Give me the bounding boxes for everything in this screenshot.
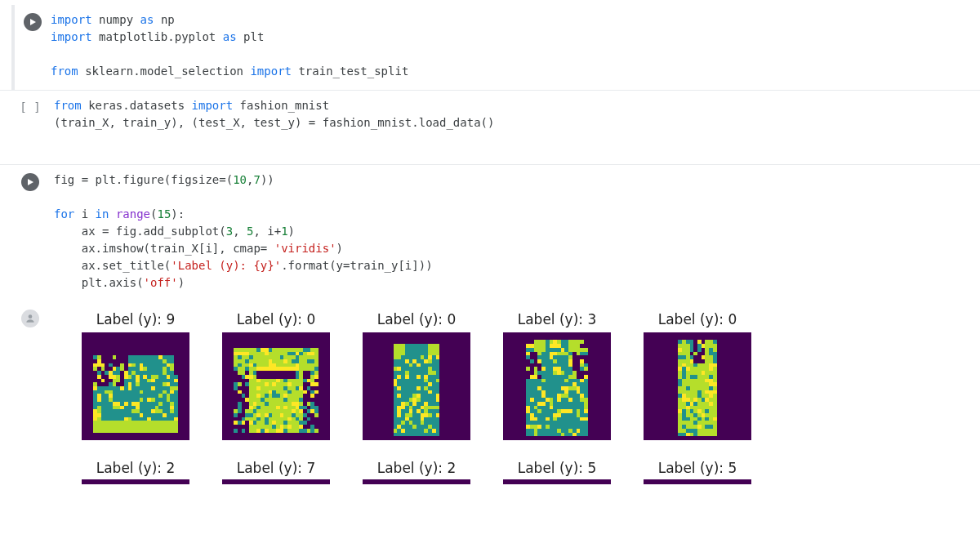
svg-point-2	[29, 314, 33, 318]
subplot-title: Label (y): 0	[363, 311, 470, 327]
svg-marker-1	[28, 179, 33, 185]
code-editor[interactable]: import numpy as np import matplotlib.pyp…	[51, 11, 969, 80]
code-cell-3[interactable]: fig = plt.figure(figsize=(10,7)) for i i…	[0, 165, 980, 301]
subplot-image	[222, 479, 330, 484]
cell-gutter	[7, 172, 54, 191]
svg-marker-0	[30, 19, 36, 25]
exec-indicator: [ ]	[20, 99, 40, 114]
subplot-title: Label (y): 2	[82, 460, 189, 476]
code-cell-1[interactable]: import numpy as np import matplotlib.pyp…	[11, 5, 980, 90]
code-editor[interactable]: from keras.datasets import fashion_mnist…	[54, 97, 969, 131]
subplot-tile: Label (y): 3	[503, 311, 611, 440]
subplot-image	[222, 332, 330, 440]
subplot-title: Label (y): 2	[363, 460, 470, 476]
subplot-tile: Label (y): 0	[363, 311, 470, 440]
cell-gutter: [ ]	[7, 97, 54, 114]
subplot-tile: Label (y): 7	[222, 460, 330, 484]
author-avatar-icon	[21, 310, 39, 327]
code-text[interactable]: from keras.datasets import fashion_mnist…	[54, 97, 969, 131]
person-icon	[24, 313, 36, 324]
subplot-tile: Label (y): 0	[644, 311, 751, 440]
subplot-image	[644, 332, 751, 440]
output-gutter	[7, 305, 54, 327]
subplot-image	[503, 332, 611, 440]
code-editor[interactable]: fig = plt.figure(figsize=(10,7)) for i i…	[54, 172, 969, 292]
subplot-tile: Label (y): 2	[82, 460, 189, 484]
notebook: import numpy as np import matplotlib.pyp…	[0, 0, 980, 504]
play-icon	[29, 18, 37, 26]
subplot-title: Label (y): 7	[222, 460, 330, 476]
code-text[interactable]: fig = plt.figure(figsize=(10,7)) for i i…	[54, 172, 969, 292]
subplot-image	[503, 479, 611, 484]
code-cell-2[interactable]: [ ] from keras.datasets import fashion_m…	[0, 91, 980, 141]
subplot-tile: Label (y): 9	[82, 311, 189, 440]
subplot-tile: Label (y): 5	[644, 460, 751, 484]
subplot-title: Label (y): 0	[644, 311, 751, 327]
figure-output: Label (y): 9Label (y): 0Label (y): 0Labe…	[54, 305, 969, 504]
cell-output: Label (y): 9Label (y): 0Label (y): 0Labe…	[0, 301, 980, 504]
subplot-image	[363, 479, 470, 484]
subplot-row-1: Label (y): 9Label (y): 0Label (y): 0Labe…	[82, 311, 969, 440]
play-icon	[26, 178, 34, 186]
subplot-image	[363, 332, 470, 440]
cell-gutter	[15, 11, 51, 31]
run-button[interactable]	[24, 13, 42, 31]
subplot-image	[82, 479, 189, 484]
subplot-tile: Label (y): 2	[363, 460, 470, 484]
subplot-row-2: Label (y): 2Label (y): 7Label (y): 2Labe…	[82, 460, 969, 484]
subplot-title: Label (y): 0	[222, 311, 330, 327]
subplot-image	[82, 332, 189, 440]
code-text[interactable]: import numpy as np import matplotlib.pyp…	[51, 11, 969, 80]
subplot-title: Label (y): 5	[503, 460, 611, 476]
subplot-title: Label (y): 3	[503, 311, 611, 327]
cell-spacing	[0, 141, 980, 164]
run-button[interactable]	[21, 173, 39, 191]
subplot-tile: Label (y): 5	[503, 460, 611, 484]
subplot-title: Label (y): 5	[644, 460, 751, 476]
subplot-tile: Label (y): 0	[222, 311, 330, 440]
subplot-title: Label (y): 9	[82, 311, 189, 327]
subplot-image	[644, 479, 751, 484]
